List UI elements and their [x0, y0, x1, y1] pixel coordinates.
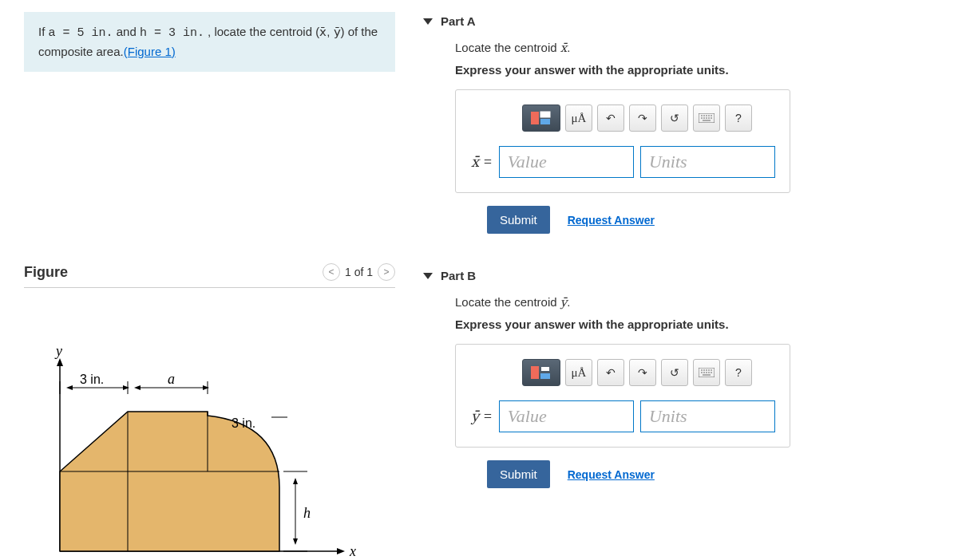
a-equation: a = 5 in. [49, 26, 113, 40]
part-b-title: Part B [441, 269, 476, 282]
h-equation: h = 3 in. [140, 26, 204, 40]
x-bar-equals: x̄ = [467, 153, 493, 171]
value-input[interactable]: Value [499, 146, 634, 178]
figure-diagram: y x 3 in. [24, 336, 395, 560]
dim-3in-left: 3 in. [80, 373, 104, 386]
svg-rect-26 [540, 119, 550, 124]
dim-3in-top: 3 in. [232, 416, 255, 430]
redo-button[interactable]: ↷ [629, 105, 656, 132]
svg-rect-31 [531, 366, 539, 379]
request-answer-link[interactable]: Request Answer [568, 214, 655, 227]
svg-marker-9 [123, 385, 129, 390]
svg-marker-19 [293, 538, 298, 545]
part-b-instruction1: Locate the centroid ȳ. [455, 295, 934, 310]
collapse-icon[interactable] [423, 18, 433, 25]
request-answer-link[interactable]: Request Answer [568, 468, 655, 481]
part-a-instruction1: Locate the centroid x̄. [455, 41, 934, 55]
y-bar-equals: ȳ = [467, 408, 493, 425]
figure-link[interactable]: (Figure 1) [124, 45, 176, 58]
svg-marker-3 [337, 548, 345, 554]
collapse-icon[interactable] [423, 273, 433, 279]
text: and [113, 25, 140, 38]
y-axis-label: y [54, 343, 62, 359]
figure-title: Figure [24, 264, 68, 281]
figure-next-button[interactable]: > [378, 263, 395, 281]
text: If [38, 25, 49, 38]
x-axis-label: x [349, 543, 356, 559]
svg-rect-33 [540, 373, 550, 379]
dim-a: a [168, 371, 175, 387]
help-button[interactable]: ? [725, 359, 752, 386]
svg-rect-25 [541, 112, 549, 116]
units-selector-button[interactable]: μÅ [565, 105, 592, 132]
svg-marker-1 [57, 358, 63, 366]
units-input[interactable]: Units [640, 146, 775, 178]
submit-button[interactable]: Submit [487, 206, 550, 234]
part-a-instruction2: Express your answer with the appropriate… [455, 63, 934, 77]
reset-button[interactable]: ↺ [661, 105, 688, 132]
part-a-title: Part A [441, 14, 476, 28]
units-input[interactable]: Units [640, 400, 775, 432]
part-b-instruction2: Express your answer with the appropriate… [455, 317, 934, 331]
answer-box-b: μÅ ↶ ↷ ↺ ? ȳ = Value Units [455, 344, 790, 448]
redo-button[interactable]: ↷ [629, 359, 656, 386]
keyboard-button[interactable] [693, 359, 720, 386]
svg-marker-8 [66, 385, 73, 390]
templates-button[interactable] [522, 105, 560, 132]
svg-rect-32 [541, 367, 549, 371]
problem-statement: If a = 5 in. and h = 3 in. , locate the … [24, 12, 395, 72]
figure-prev-button[interactable]: < [323, 263, 340, 281]
keyboard-button[interactable] [693, 105, 720, 132]
dim-h: h [303, 505, 311, 521]
help-button[interactable]: ? [725, 105, 752, 132]
svg-marker-18 [293, 478, 298, 484]
units-selector-button[interactable]: μÅ [565, 359, 592, 386]
reset-button[interactable]: ↺ [661, 359, 688, 386]
svg-marker-14 [203, 385, 209, 390]
answer-box-a: μÅ ↶ ↷ ↺ ? x̄ = Value Units [455, 89, 790, 193]
undo-button[interactable]: ↶ [597, 359, 624, 386]
submit-button[interactable]: Submit [487, 460, 550, 488]
undo-button[interactable]: ↶ [597, 105, 624, 132]
value-input[interactable]: Value [499, 400, 634, 432]
svg-rect-22 [531, 112, 539, 124]
figure-page-count: 1 of 1 [345, 266, 373, 278]
svg-marker-13 [134, 385, 141, 390]
templates-button[interactable] [522, 359, 560, 386]
